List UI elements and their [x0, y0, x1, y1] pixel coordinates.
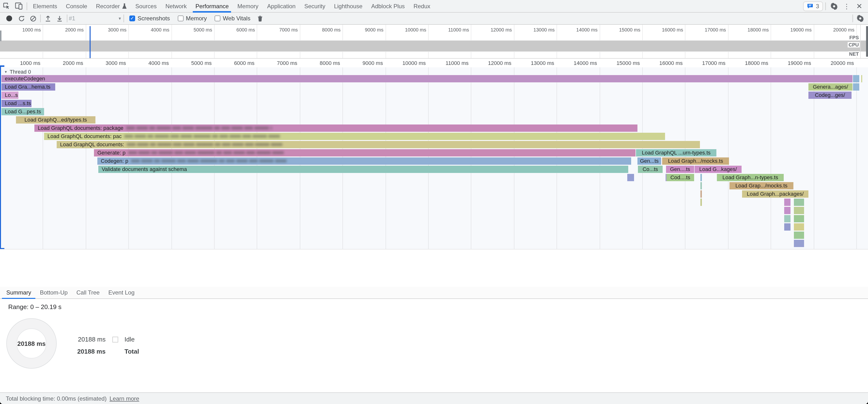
tab-lighthouse[interactable]: Lighthouse	[330, 0, 367, 12]
flame-bar[interactable]	[784, 198, 790, 206]
tab-security[interactable]: Security	[300, 0, 330, 12]
checkbox-checked-icon[interactable]: ✓	[129, 15, 135, 21]
tab-recorder[interactable]: Recorder	[92, 0, 131, 12]
legend-value: 20188 ms	[63, 348, 105, 355]
reload-and-record-icon[interactable]	[16, 12, 27, 24]
flame-bar-load-g-kages[interactable]: Load G...kages/	[694, 166, 742, 173]
flame-bar[interactable]	[701, 182, 702, 189]
flame-bar-load-grap-mocks-ts[interactable]: Load Grap.../mocks.ts	[730, 182, 794, 189]
flame-bar-load-graph-n-types-ts[interactable]: Load Graph...n-types.ts	[717, 174, 784, 181]
collapse-triangle-icon[interactable]: ▾	[5, 69, 7, 74]
flame-bar[interactable]	[794, 231, 804, 239]
checkbox-web-vitals[interactable]: Web Vitals	[215, 15, 250, 22]
flame-bar[interactable]	[853, 75, 859, 82]
history-dropdown[interactable]: #1 ▼	[69, 15, 122, 22]
tab-sources[interactable]: Sources	[131, 0, 161, 12]
flame-bar[interactable]	[794, 198, 804, 206]
flame-bar[interactable]	[794, 215, 804, 222]
tab-call-tree[interactable]: Call Tree	[72, 287, 104, 299]
ruler-tick-label: 12000 ms	[488, 60, 514, 66]
flame-bar[interactable]	[861, 75, 862, 82]
flame-bar-cod-ts[interactable]: Cod....ts	[666, 174, 694, 181]
overview-left-handle[interactable]	[0, 31, 1, 41]
device-toolbar-icon[interactable]	[12, 0, 25, 12]
flame-bar-gen-ts[interactable]: Gen...ts	[638, 157, 661, 165]
flame-bar-generate-p[interactable]: Generate: p■■■ ■■■■ ■■ ■■■■■ ■■■ ■■■■ ■■…	[94, 149, 636, 156]
flame-bar-gen-ts[interactable]: Gen....ts	[666, 166, 694, 173]
flame-bar-load-graph-mocks-ts[interactable]: Load Graph.../mocks.ts	[662, 157, 729, 165]
flame-bar-load-gra-hema-ts[interactable]: Load Gra...hema.ts	[1, 83, 55, 91]
tab-application[interactable]: Application	[263, 0, 300, 12]
flame-bar-load-graphql-urn-types-ts[interactable]: Load GraphQL ...urn-types.ts	[636, 149, 716, 156]
checkbox-unchecked-icon[interactable]	[178, 15, 183, 21]
load-profile-icon[interactable]	[42, 12, 54, 24]
flame-bar[interactable]	[853, 83, 859, 91]
issues-badge[interactable]: 3	[803, 1, 823, 11]
clear-recording-icon[interactable]	[27, 12, 39, 24]
tab-performance[interactable]: Performance	[191, 0, 233, 12]
flame-bar[interactable]	[701, 174, 702, 181]
flame-bar[interactable]	[627, 174, 634, 181]
checkbox-unchecked-icon[interactable]	[215, 15, 220, 21]
flame-bar-load-graph-packages[interactable]: Load Graph...packages/	[742, 190, 808, 198]
flame-bar[interactable]	[784, 223, 790, 230]
save-profile-icon[interactable]	[54, 12, 65, 24]
flame-bar-executecodegen[interactable]: executeCodegen	[1, 75, 852, 82]
flame-bar-label: executeCodegen	[5, 75, 45, 82]
flame-bar[interactable]	[784, 215, 790, 222]
timeline-overview[interactable]: 1000 ms2000 ms3000 ms4000 ms5000 ms6000 …	[0, 25, 868, 59]
overview-cursor-line	[90, 26, 91, 58]
learn-more-link[interactable]: Learn more	[110, 395, 139, 402]
flame-bar[interactable]	[794, 240, 804, 247]
flame-bar-load-graphql-documents-package[interactable]: Load GraphQL documents: package■■■ ■■■■ …	[34, 124, 638, 132]
overview-tick-label: 18000 ms	[748, 27, 771, 32]
toolbar-checkboxes: ✓ScreenshotsMemoryWeb Vitals	[125, 15, 254, 22]
flame-bar[interactable]	[794, 207, 804, 214]
inspect-element-icon[interactable]	[0, 0, 12, 12]
flame-bar-codegen-p[interactable]: Codegen: p■■■ ■■■■ ■■ ■■■■■ ■■■ ■■■■ ■■■…	[97, 157, 631, 165]
checkbox-label: Web Vitals	[223, 15, 250, 22]
garbage-collect-icon[interactable]	[254, 12, 266, 24]
legend-label: Idle	[124, 336, 135, 343]
settings-gear-icon[interactable]	[828, 0, 840, 12]
flame-bar[interactable]	[701, 198, 702, 206]
flame-bar-lo-s[interactable]: Lo...s	[1, 92, 19, 99]
flame-bar[interactable]	[701, 190, 702, 198]
flame-bar-load-graphq-ed-types-ts[interactable]: Load GraphQ...ed/types.ts	[16, 116, 95, 124]
flame-bar-load-s-ts[interactable]: Load ...s.ts	[1, 100, 31, 107]
tab-summary[interactable]: Summary	[2, 287, 36, 299]
flame-bar-genera-ages[interactable]: Genera...ages/	[808, 83, 852, 91]
flame-bar[interactable]	[784, 207, 790, 214]
flame-bar-label: Load G...kages/	[699, 166, 737, 172]
checkbox-screenshots[interactable]: ✓Screenshots	[129, 15, 170, 22]
tab-network[interactable]: Network	[161, 0, 191, 12]
capture-settings-gear-icon[interactable]	[855, 12, 866, 24]
tab-redux[interactable]: Redux	[409, 0, 434, 12]
record-button[interactable]	[6, 15, 12, 21]
flame-bar-co-ts[interactable]: Co...ts	[638, 166, 662, 173]
legend-row: 20188 msTotal	[63, 345, 139, 358]
flame-bar-load-g-pes-ts[interactable]: Load G...pes.ts	[1, 108, 44, 115]
ruler-tick-label: 10000 ms	[402, 60, 428, 66]
thread-header[interactable]: ▾ Thread 0	[5, 69, 31, 74]
close-devtools-icon[interactable]: ✕	[854, 0, 865, 12]
toolbar-separator	[852, 14, 853, 22]
flame-bar-validate-documents-against-schema[interactable]: Validate documents against schema	[98, 166, 628, 173]
ruler-tick-label: 18000 ms	[745, 60, 771, 66]
tab-adblock-plus[interactable]: Adblock Plus	[367, 0, 409, 12]
flame-chart[interactable]: ▾ Thread 0 executeCodegenLoad Gra...hema…	[0, 67, 868, 249]
tab-elements[interactable]: Elements	[29, 0, 62, 12]
flame-bar-codeg-ges[interactable]: Codeg...ges/	[808, 92, 851, 99]
ruler-tick-label: 19000 ms	[788, 60, 814, 66]
tab-console[interactable]: Console	[62, 0, 92, 12]
tab-bottom-up[interactable]: Bottom-Up	[36, 287, 72, 299]
flame-bar-label: Load GraphQL ...urn-types.ts	[642, 150, 711, 155]
flame-bar-load-graphql-documents-pac[interactable]: Load GraphQL documents: pac■■■ ■■■■ ■■ ■…	[44, 133, 665, 140]
tab-event-log[interactable]: Event Log	[104, 287, 139, 299]
tab-memory[interactable]: Memory	[233, 0, 263, 12]
flame-bar[interactable]	[794, 223, 804, 230]
overview-right-handle[interactable]	[866, 26, 868, 57]
flame-bar-load-graphql-documents[interactable]: Load GraphQL documents:■■■ ■■■■ ■■ ■■■■■…	[57, 141, 700, 148]
more-options-kebab-icon[interactable]: ⋮	[841, 0, 852, 12]
checkbox-memory[interactable]: Memory	[178, 15, 207, 22]
